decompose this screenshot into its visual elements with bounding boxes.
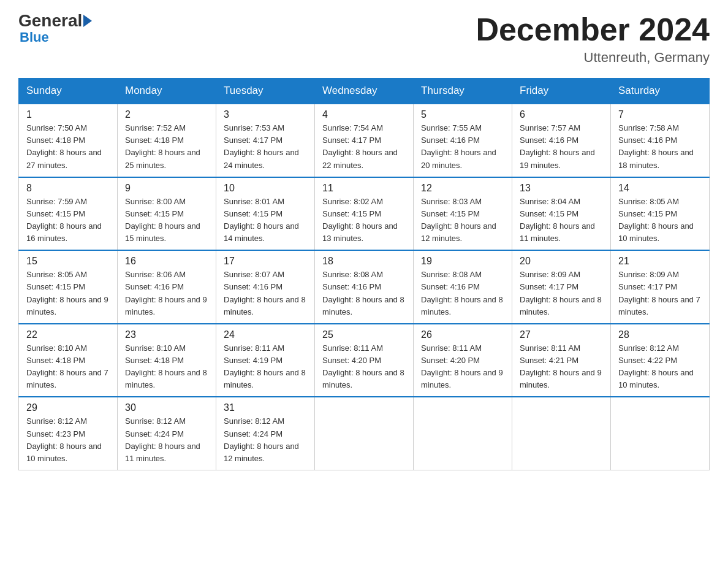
day-number: 14	[618, 183, 702, 194]
calendar-cell: 16 Sunrise: 8:06 AMSunset: 4:16 PMDaylig…	[118, 250, 216, 324]
week-row-2: 8 Sunrise: 7:59 AMSunset: 4:15 PMDayligh…	[19, 177, 710, 251]
day-info: Sunrise: 8:08 AMSunset: 4:16 PMDaylight:…	[421, 269, 504, 318]
day-info: Sunrise: 7:53 AMSunset: 4:17 PMDaylight:…	[224, 122, 307, 172]
day-info: Sunrise: 8:12 AMSunset: 4:24 PMDaylight:…	[224, 415, 307, 465]
month-title: December 2024	[476, 12, 710, 47]
logo: General Blue	[18, 12, 93, 45]
day-info: Sunrise: 8:12 AMSunset: 4:24 PMDaylight:…	[125, 415, 208, 465]
day-info: Sunrise: 7:57 AMSunset: 4:16 PMDaylight:…	[520, 122, 603, 172]
day-info: Sunrise: 8:11 AMSunset: 4:20 PMDaylight:…	[421, 342, 504, 392]
day-info: Sunrise: 8:02 AMSunset: 4:15 PMDaylight:…	[322, 196, 406, 245]
calendar-cell: 2 Sunrise: 7:52 AMSunset: 4:18 PMDayligh…	[118, 104, 216, 177]
calendar-cell: 24 Sunrise: 8:11 AMSunset: 4:19 PMDaylig…	[216, 324, 315, 397]
day-info: Sunrise: 7:59 AMSunset: 4:15 PMDaylight:…	[26, 196, 110, 245]
calendar-cell: 21 Sunrise: 8:09 AMSunset: 4:17 PMDaylig…	[611, 250, 710, 324]
day-info: Sunrise: 7:52 AMSunset: 4:18 PMDaylight:…	[125, 122, 208, 172]
calendar-cell: 28 Sunrise: 8:12 AMSunset: 4:22 PMDaylig…	[611, 324, 710, 397]
day-info: Sunrise: 8:11 AMSunset: 4:20 PMDaylight:…	[322, 342, 406, 392]
day-number: 10	[224, 183, 307, 194]
header-sunday: Sunday	[19, 79, 118, 104]
day-info: Sunrise: 7:50 AMSunset: 4:18 PMDaylight:…	[26, 122, 110, 172]
calendar-cell: 7 Sunrise: 7:58 AMSunset: 4:16 PMDayligh…	[611, 104, 710, 177]
day-number: 9	[125, 183, 208, 194]
header-saturday: Saturday	[611, 79, 710, 104]
day-number: 13	[520, 183, 603, 194]
title-block: December 2024 Uttenreuth, Germany	[476, 12, 710, 66]
calendar-cell: 25 Sunrise: 8:11 AMSunset: 4:20 PMDaylig…	[315, 324, 414, 397]
day-info: Sunrise: 8:11 AMSunset: 4:19 PMDaylight:…	[224, 342, 307, 392]
calendar-cell: 1 Sunrise: 7:50 AMSunset: 4:18 PMDayligh…	[19, 104, 118, 177]
calendar-cell: 12 Sunrise: 8:03 AMSunset: 4:15 PMDaylig…	[414, 177, 512, 251]
logo-blue-text: Blue	[20, 29, 49, 45]
day-info: Sunrise: 7:58 AMSunset: 4:16 PMDaylight:…	[618, 122, 702, 172]
day-number: 4	[322, 109, 406, 120]
day-number: 31	[224, 402, 307, 413]
day-info: Sunrise: 8:05 AMSunset: 4:15 PMDaylight:…	[26, 269, 110, 318]
calendar-cell: 3 Sunrise: 7:53 AMSunset: 4:17 PMDayligh…	[216, 104, 315, 177]
day-info: Sunrise: 8:10 AMSunset: 4:18 PMDaylight:…	[26, 342, 110, 392]
day-number: 8	[26, 183, 110, 194]
day-info: Sunrise: 8:11 AMSunset: 4:21 PMDaylight:…	[520, 342, 603, 392]
calendar-cell: 11 Sunrise: 8:02 AMSunset: 4:15 PMDaylig…	[315, 177, 414, 251]
calendar-cell	[512, 397, 611, 470]
day-info: Sunrise: 8:09 AMSunset: 4:17 PMDaylight:…	[618, 269, 702, 318]
calendar-cell: 29 Sunrise: 8:12 AMSunset: 4:23 PMDaylig…	[19, 397, 118, 470]
calendar-cell: 23 Sunrise: 8:10 AMSunset: 4:18 PMDaylig…	[118, 324, 216, 397]
day-info: Sunrise: 8:05 AMSunset: 4:15 PMDaylight:…	[618, 196, 702, 245]
calendar-cell: 13 Sunrise: 8:04 AMSunset: 4:15 PMDaylig…	[512, 177, 611, 251]
calendar-cell	[414, 397, 512, 470]
calendar-cell: 27 Sunrise: 8:11 AMSunset: 4:21 PMDaylig…	[512, 324, 611, 397]
day-number: 18	[322, 256, 406, 267]
week-row-3: 15 Sunrise: 8:05 AMSunset: 4:15 PMDaylig…	[19, 250, 710, 324]
day-info: Sunrise: 8:06 AMSunset: 4:16 PMDaylight:…	[125, 269, 208, 318]
calendar-cell	[315, 397, 414, 470]
calendar-cell: 6 Sunrise: 7:57 AMSunset: 4:16 PMDayligh…	[512, 104, 611, 177]
calendar-cell: 9 Sunrise: 8:00 AMSunset: 4:15 PMDayligh…	[118, 177, 216, 251]
calendar-cell: 20 Sunrise: 8:09 AMSunset: 4:17 PMDaylig…	[512, 250, 611, 324]
day-number: 26	[421, 329, 504, 340]
day-info: Sunrise: 8:09 AMSunset: 4:17 PMDaylight:…	[520, 269, 603, 318]
day-info: Sunrise: 8:01 AMSunset: 4:15 PMDaylight:…	[224, 196, 307, 245]
calendar-cell: 15 Sunrise: 8:05 AMSunset: 4:15 PMDaylig…	[19, 250, 118, 324]
logo-general-text: General	[18, 12, 82, 29]
day-info: Sunrise: 8:12 AMSunset: 4:23 PMDaylight:…	[26, 415, 110, 465]
header-friday: Friday	[512, 79, 611, 104]
day-number: 29	[26, 402, 110, 413]
day-number: 16	[125, 256, 208, 267]
calendar-cell: 26 Sunrise: 8:11 AMSunset: 4:20 PMDaylig…	[414, 324, 512, 397]
calendar-header-row: SundayMondayTuesdayWednesdayThursdayFrid…	[19, 79, 710, 104]
calendar-cell: 30 Sunrise: 8:12 AMSunset: 4:24 PMDaylig…	[118, 397, 216, 470]
day-number: 7	[618, 109, 702, 120]
calendar-cell	[611, 397, 710, 470]
day-number: 2	[125, 109, 208, 120]
day-number: 28	[618, 329, 702, 340]
day-info: Sunrise: 7:54 AMSunset: 4:17 PMDaylight:…	[322, 122, 406, 172]
day-info: Sunrise: 8:03 AMSunset: 4:15 PMDaylight:…	[421, 196, 504, 245]
day-info: Sunrise: 8:00 AMSunset: 4:15 PMDaylight:…	[125, 196, 208, 245]
calendar-cell: 4 Sunrise: 7:54 AMSunset: 4:17 PMDayligh…	[315, 104, 414, 177]
day-number: 12	[421, 183, 504, 194]
calendar-cell: 14 Sunrise: 8:05 AMSunset: 4:15 PMDaylig…	[611, 177, 710, 251]
day-number: 27	[520, 329, 603, 340]
calendar-cell: 31 Sunrise: 8:12 AMSunset: 4:24 PMDaylig…	[216, 397, 315, 470]
calendar-cell: 10 Sunrise: 8:01 AMSunset: 4:15 PMDaylig…	[216, 177, 315, 251]
calendar-cell: 22 Sunrise: 8:10 AMSunset: 4:18 PMDaylig…	[19, 324, 118, 397]
location-title: Uttenreuth, Germany	[476, 50, 710, 66]
day-number: 20	[520, 256, 603, 267]
calendar-cell: 18 Sunrise: 8:08 AMSunset: 4:16 PMDaylig…	[315, 250, 414, 324]
day-number: 30	[125, 402, 208, 413]
header-monday: Monday	[118, 79, 216, 104]
page-header: General Blue December 2024 Uttenreuth, G…	[18, 12, 710, 66]
day-number: 24	[224, 329, 307, 340]
day-number: 17	[224, 256, 307, 267]
day-info: Sunrise: 8:10 AMSunset: 4:18 PMDaylight:…	[125, 342, 208, 392]
day-number: 11	[322, 183, 406, 194]
day-number: 22	[26, 329, 110, 340]
day-number: 25	[322, 329, 406, 340]
day-number: 1	[26, 109, 110, 120]
calendar-cell: 5 Sunrise: 7:55 AMSunset: 4:16 PMDayligh…	[414, 104, 512, 177]
logo-arrow-icon	[83, 15, 92, 27]
day-number: 19	[421, 256, 504, 267]
week-row-4: 22 Sunrise: 8:10 AMSunset: 4:18 PMDaylig…	[19, 324, 710, 397]
day-info: Sunrise: 7:55 AMSunset: 4:16 PMDaylight:…	[421, 122, 504, 172]
